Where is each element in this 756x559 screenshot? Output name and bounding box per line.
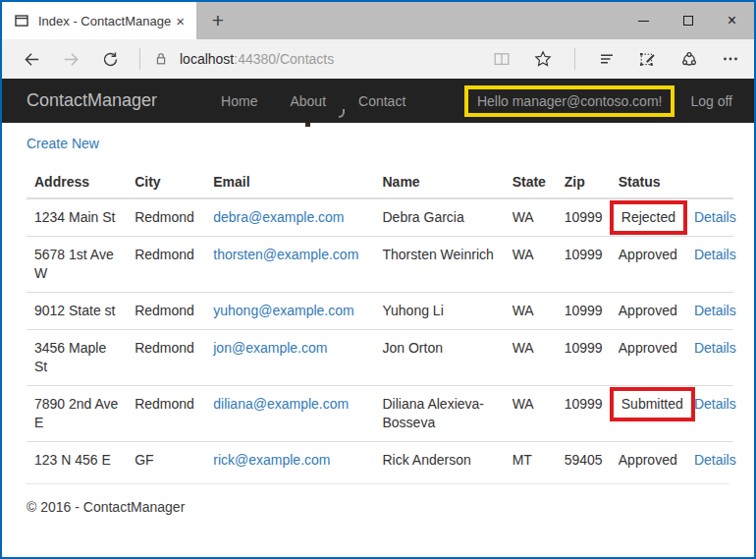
header-status: Status [611,166,686,198]
browser-window: Index - ContactManage × + × localhost:44… [0,0,756,559]
brand-link[interactable]: ContactManager [27,90,157,111]
status-highlight-annotation: Submitted [610,387,695,421]
log-off-link[interactable]: Log off [690,93,732,109]
cell-city: Redmond [127,293,205,330]
page-favicon-icon [14,13,29,28]
lock-icon [153,51,169,67]
minimize-button[interactable] [621,2,666,39]
table-row: 1234 Main St Redmond debra@example.com D… [27,198,733,237]
header-state: State [505,166,557,198]
titlebar: Index - ContactManage × + × [2,2,754,39]
refresh-button[interactable] [101,50,120,69]
hub-icon[interactable] [597,49,617,69]
cell-zip: 10999 [557,237,611,293]
share-icon[interactable] [679,49,699,69]
favorites-star-icon[interactable] [533,49,553,69]
cell-zip: 59405 [557,442,611,479]
back-button[interactable] [23,50,41,69]
table-row: 7890 2nd Ave E Redmond diliana@example.c… [27,386,733,442]
details-link[interactable]: Details [694,209,736,225]
nav-link-about[interactable]: About [290,93,326,109]
status-value: Approved [619,303,677,318]
contacts-table: Address City Email Name State Zip Status… [27,166,733,478]
details-link[interactable]: Details [694,396,736,412]
close-button[interactable]: × [710,2,754,39]
cell-address: 9012 State st [27,293,127,330]
titlebar-drag-area [240,2,621,39]
table-header-row: Address City Email Name State Zip Status [27,166,733,198]
email-link[interactable]: thorsten@example.com [213,247,358,262]
app-navbar: ContactManager Home About Contact Hello … [2,79,754,123]
status-value: Rejected [621,209,675,225]
cell-name: Diliana Alexieva-Bosseva [374,386,504,442]
header-email: Email [205,166,374,198]
browser-toolbar: localhost:44380/Contacts [2,39,754,79]
minimize-icon [638,21,649,22]
tab-title: Index - ContactManage [38,14,172,28]
new-tab-button[interactable]: + [196,2,240,39]
cell-state: WA [505,198,557,237]
forward-button[interactable] [62,50,81,69]
table-row: 9012 State st Redmond yuhong@example.com… [27,293,733,330]
clipped-heading-fragment [339,109,345,118]
footer-divider [27,483,729,484]
more-options-icon[interactable] [721,49,740,69]
email-link[interactable]: diliana@example.com [213,396,349,412]
details-link[interactable]: Details [694,303,736,318]
email-link[interactable]: debra@example.com [213,209,344,225]
cell-name: Jon Orton [374,330,504,386]
cell-zip: 10999 [557,330,611,386]
footer-copyright: © 2016 - ContactManager [27,499,729,515]
email-link[interactable]: yuhong@example.com [213,303,353,318]
cell-city: Redmond [127,237,205,293]
header-city: City [127,166,205,198]
web-note-icon[interactable] [638,49,658,69]
toolbar-separator [139,48,140,70]
cell-address: 123 N 456 E [27,442,127,479]
close-icon: × [728,13,736,28]
cell-address: 3456 Maple St [27,330,127,386]
cell-city: Redmond [127,386,205,442]
browser-tab[interactable]: Index - ContactManage × [2,2,196,39]
maximize-button[interactable] [666,2,710,39]
cell-name: Thorsten Weinrich [374,237,504,293]
clipped-heading-fragment [305,123,310,127]
address-bar[interactable]: localhost:44380/Contacts [180,51,470,67]
table-row: 123 N 456 E GF rick@example.com Rick And… [27,442,733,479]
cell-state: WA [505,237,557,293]
header-actions [686,166,733,198]
cell-city: Redmond [127,330,205,386]
cell-state: WA [505,386,557,442]
toolbar-separator [574,48,575,70]
cell-zip: 10999 [557,198,611,237]
cell-state: MT [505,442,557,479]
cell-name: Rick Anderson [374,442,504,479]
status-value: Submitted [621,396,683,412]
header-address: Address [27,166,127,198]
details-link[interactable]: Details [694,247,736,262]
user-greeting-link[interactable]: Hello manager@contoso.com! [477,93,663,109]
cell-zip: 10999 [557,293,611,330]
cell-address: 7890 2nd Ave E [27,386,127,442]
email-link[interactable]: rick@example.com [213,452,330,468]
cell-address: 1234 Main St [27,198,127,237]
status-highlight-annotation: Rejected [610,200,687,235]
table-row: 5678 1st Ave W Redmond thorsten@example.… [27,237,733,293]
cell-name: Debra Garcia [374,198,504,237]
nav-link-home[interactable]: Home [221,93,257,109]
details-link[interactable]: Details [694,340,736,356]
status-value: Approved [619,247,677,262]
header-zip: Zip [557,166,611,198]
url-path: :44380/Contacts [234,51,334,67]
status-value: Approved [619,340,677,356]
maximize-icon [683,16,693,26]
details-link[interactable]: Details [694,452,736,468]
tab-close-icon[interactable]: × [172,13,189,29]
nav-link-contact[interactable]: Contact [358,93,405,109]
cell-city: GF [127,442,205,479]
status-value: Approved [619,452,677,468]
reading-view-icon[interactable] [492,49,512,69]
email-link[interactable]: jon@example.com [213,340,327,356]
cell-city: Redmond [127,198,205,237]
create-new-link[interactable]: Create New [27,136,99,151]
